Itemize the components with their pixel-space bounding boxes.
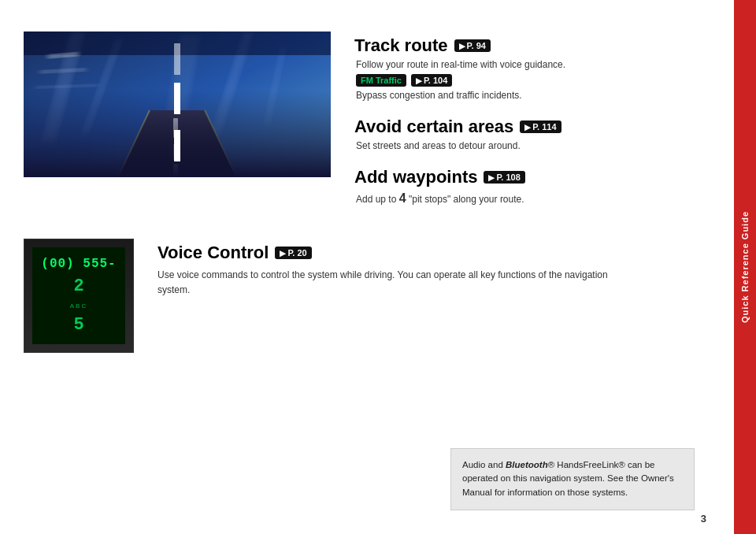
fm-traffic-sub: FM Traffic ▶P. 104 (356, 74, 710, 87)
track-route-title: Track route ▶P. 94 (354, 35, 710, 56)
phone-screen: (00) 555- 2 ABC 5 (32, 247, 125, 344)
info-box-text: Audio and Bluetooth® HandsFreeLink® can … (462, 460, 674, 498)
phone-display: (00) 555- (41, 257, 116, 271)
voice-control-label: Voice Control (158, 243, 269, 263)
voice-control-desc: Use voice commands to control the system… (158, 268, 614, 298)
track-route-desc: Follow your route in real-time with voic… (356, 57, 710, 72)
track-route-label: Track route (354, 35, 448, 56)
svg-rect-9 (173, 164, 178, 177)
main-content: Track route ▶P. 94 Follow your route in … (0, 0, 734, 534)
page-number: 3 (701, 513, 706, 525)
svg-rect-7 (173, 118, 178, 138)
phone-key-5: 5 (73, 315, 83, 335)
svg-marker-6 (118, 110, 236, 177)
phone-key-label: ABC (70, 302, 87, 310)
svg-rect-12 (24, 32, 331, 55)
svg-rect-8 (173, 144, 178, 160)
feature-track-route: Track route ▶P. 94 Follow your route in … (354, 35, 710, 102)
avoid-areas-badge: ▶P. 114 (520, 121, 561, 133)
voice-control-title: Voice Control ▶P. 20 (158, 243, 710, 263)
avoid-areas-label: Avoid certain areas (354, 117, 513, 137)
phone-image: (00) 555- 2 ABC 5 (24, 239, 134, 353)
feature-list: Track route ▶P. 94 Follow your route in … (354, 32, 710, 211)
add-waypoints-label: Add waypoints (354, 167, 477, 187)
track-route-badge: ▶P. 94 (454, 39, 491, 52)
add-waypoints-badge: ▶P. 108 (484, 171, 524, 184)
fm-traffic-desc: Bypass congestion and traffic incidents. (356, 88, 710, 102)
fm-traffic-label: FM Traffic (356, 74, 406, 87)
info-box: Audio and Bluetooth® HandsFreeLink® can … (450, 448, 695, 510)
voice-content: Voice Control ▶P. 20 Use voice commands … (158, 239, 710, 353)
avoid-areas-title: Avoid certain areas ▶P. 114 (354, 117, 710, 137)
svg-line-10 (118, 110, 150, 177)
feature-add-waypoints: Add waypoints ▶P. 108 Add up to 4 "pit s… (354, 167, 710, 208)
bottom-section: (00) 555- 2 ABC 5 Voice Control ▶P. 20 U… (0, 231, 734, 369)
feature-avoid-areas: Avoid certain areas ▶P. 114 Set streets … (354, 117, 710, 153)
highway-image (24, 32, 331, 177)
add-waypoints-title: Add waypoints ▶P. 108 (354, 167, 710, 187)
avoid-areas-desc: Set streets and areas to detour around. (356, 139, 710, 153)
add-waypoints-desc: Add up to 4 "pit stops" along your route… (356, 189, 710, 208)
sidebar-label: Quick Reference Guide (740, 211, 750, 323)
top-section: Track route ▶P. 94 Follow your route in … (0, 0, 734, 227)
highway-svg (24, 32, 331, 177)
sidebar-tab: Quick Reference Guide (734, 0, 756, 534)
fm-traffic-badge-page: ▶P. 104 (411, 74, 452, 87)
phone-key-2: 2 (73, 276, 83, 296)
svg-line-11 (205, 110, 236, 177)
voice-control-badge: ▶P. 20 (275, 247, 311, 259)
